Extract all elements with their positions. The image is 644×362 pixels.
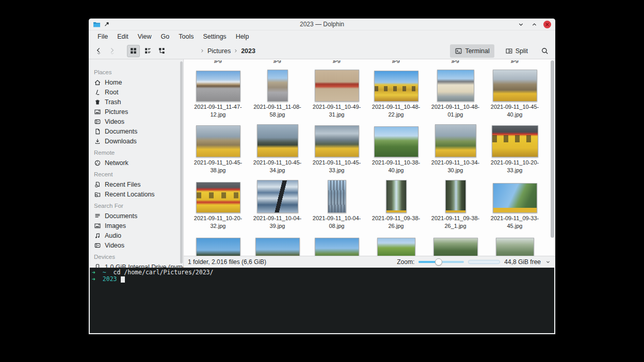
sidebar-item-network[interactable]: Network [89,158,183,168]
download-icon [94,138,101,145]
sidebar-section-places: Places [89,69,183,77]
menu-item-settings[interactable]: Settings [198,31,231,42]
sidebar-item-trash[interactable]: Trash [89,97,183,107]
menu-item-file[interactable]: File [93,31,112,42]
minimize-button[interactable] [517,20,525,28]
file-item[interactable]: 2021-09-11_11-08-58.jpg [248,64,307,120]
clipped-file-label: jpg [426,60,485,64]
breadcrumb-chevron-icon[interactable] [200,48,205,54]
icons-view-button[interactable] [127,45,140,57]
terminal-toggle-button[interactable]: Terminal [450,44,494,58]
file-item[interactable]: 2021-09-11_10-38-40.jpg [366,120,426,176]
thumbnail-box [315,69,359,102]
file-item[interactable]: 2021-09-11_10-45-40.jpg [485,64,544,120]
file-item[interactable]: 2021-09-11_10-45-33.jpg [307,120,366,176]
sidebar-item-downloads[interactable]: Downloads [89,136,183,146]
sidebar-item-images[interactable]: Images [89,221,183,231]
menubar: FileEditViewGoToolsSettingsHelp [89,30,555,43]
doc-lines-icon [94,212,101,220]
thumbnail-box [435,124,476,157]
sidebar-item-home[interactable]: Home [89,77,183,87]
sidebar-item-documents[interactable]: Documents [89,126,183,136]
file-item[interactable]: 2021-09-11_10-20-32.jpg [188,176,248,232]
menu-item-help[interactable]: Help [231,31,254,42]
file-item[interactable]: 2021-09-11_09-38-26_1.jpg [426,176,485,232]
thumbnail-box [445,180,466,213]
file-item[interactable] [248,232,307,256]
menu-item-view[interactable]: View [133,31,156,42]
file-item[interactable] [485,232,544,256]
sidebar-item-videos[interactable]: Videos [89,117,183,126]
file-item[interactable]: 2021-09-11_10-45-34.jpg [248,120,307,176]
file-item[interactable]: 2021-09-11_10-48-22.jpg [366,64,426,120]
terminal-panel[interactable]: ➜ ~ cd /home/carl/Pictures/2023/➜ 2023 [90,268,554,333]
sidebar-item-pictures[interactable]: Pictures [89,107,183,117]
file-item[interactable]: 2021-09-11_10-04-08.jpg [307,176,366,232]
clipped-file-label: jpg [485,60,544,64]
sidebar-item-recent-files[interactable]: Recent Files [89,179,183,189]
image-icon [94,222,101,229]
network-icon [94,159,101,167]
forward-button[interactable] [106,45,118,57]
video-icon [94,118,101,125]
terminal-command: cd /home/carl/Pictures/2023/ [106,269,214,276]
split-view-button[interactable]: Split [501,44,533,58]
details-view-button[interactable] [142,45,154,57]
menu-item-edit[interactable]: Edit [112,31,133,42]
file-thumbnail [267,70,288,102]
tree-view-button[interactable] [156,45,168,57]
zoom-slider-handle[interactable] [435,258,442,266]
sidebar-item-audio[interactable]: Audio [89,231,183,240]
terminal-cursor[interactable] [121,276,125,283]
free-space-label: 44,8 GiB free [504,258,541,266]
sidebar-item-label: 1,0 GiB Internal Drive (nvme… [105,264,184,268]
folder-view[interactable]: jpgjpgjpgjpgjpgjpg2021-09-11_11-47-12.jp… [184,59,555,256]
view-scrollbar[interactable] [551,60,554,238]
thumbnail-box [377,236,415,256]
file-thumbnail [433,238,478,256]
root-icon [94,89,101,96]
file-item[interactable]: 2021-09-11_09-33-45.jpg [485,176,544,232]
file-thumbnail [328,180,346,213]
sidebar-item-videos[interactable]: Videos [89,240,183,250]
sidebar-item-label: Home [105,79,122,86]
file-item[interactable]: 2021-09-11_11-47-12.jpg [188,64,248,120]
thumbnail-box [493,69,537,102]
video-icon [94,242,101,249]
menu-item-go[interactable]: Go [156,31,174,42]
file-item[interactable] [188,232,248,256]
recent-file-icon [94,181,101,188]
menu-item-tools[interactable]: Tools [174,31,198,42]
file-item[interactable]: 2021-09-11_10-48-01.jpg [426,64,485,120]
file-name: 2021-09-11_10-45-34.jpg [249,159,307,174]
file-item[interactable]: 2021-09-11_10-45-38.jpg [188,120,248,176]
breadcrumb-pictures[interactable]: Pictures [206,46,232,56]
sidebar-item-1-0-gib-internal-drive-nvme[interactable]: 1,0 GiB Internal Drive (nvme… [89,262,183,268]
thumbnail-box [328,180,346,213]
file-item[interactable]: 2021-09-11_09-38-26.jpg [366,176,426,232]
titlebar[interactable]: 2023 — Dolphin [89,19,555,30]
file-item[interactable]: 2021-09-11_10-49-31.jpg [307,64,366,120]
breadcrumb-2023[interactable]: 2023 [239,46,257,56]
file-item[interactable]: 2021-09-11_10-20-33.jpg [485,120,544,176]
file-item[interactable]: 2021-09-11_10-04-39.jpg [248,176,307,232]
search-button[interactable] [539,45,551,57]
back-button[interactable] [93,45,104,57]
sidebar-item-documents[interactable]: Documents [89,211,183,221]
close-button[interactable] [543,21,551,28]
thumbnail-box [374,69,418,102]
zoom-slider[interactable] [418,258,464,266]
file-item[interactable] [426,232,485,256]
maximize-button[interactable] [530,20,538,28]
thumbnail-box [255,236,300,256]
file-thumbnail [496,238,534,256]
file-item[interactable] [366,232,426,256]
free-space-menu-chevron-icon[interactable] [545,259,551,265]
disk-capacity-bar [468,260,500,264]
sidebar-item-root[interactable]: Root [89,87,183,97]
file-item[interactable]: 2021-09-11_10-34-30.jpg [426,120,485,176]
file-item[interactable] [307,232,366,256]
file-thumbnail [255,238,300,256]
clipped-row-above: jpgjpgjpgjpgjpgjpg [188,60,555,64]
sidebar-item-recent-locations[interactable]: Recent Locations [89,189,183,199]
